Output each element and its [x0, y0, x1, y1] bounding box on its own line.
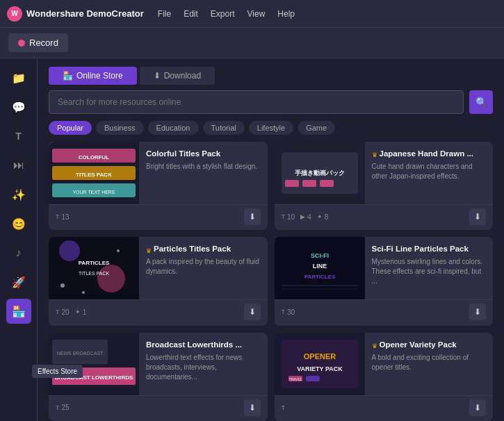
filter-tabs: Popular Business Education Tutorial Life… — [38, 121, 504, 142]
card-stats: T — [282, 404, 286, 411]
online-store-label: Online Store — [76, 71, 123, 81]
card-colorful-titles: COLORFUL TITLES PACK YOUR TEXT HERE Colo… — [49, 142, 268, 230]
sidebar-item-text[interactable]: T — [6, 124, 31, 149]
card-stats: T10 ▶4 ✦8 — [282, 213, 329, 221]
card-download-button[interactable]: ⬇ — [244, 208, 261, 225]
sidebar-item-chat[interactable]: 💬 — [6, 94, 31, 119]
card-footer: T10 ▶4 ✦8 ⬇ — [275, 204, 494, 229]
card-title: Colorful Titles Pack — [146, 149, 261, 159]
search-container: 🔍 — [38, 90, 504, 121]
record-label: Record — [29, 38, 58, 48]
card-stats: T20 ✦1 — [56, 308, 86, 316]
svg-text:COLORFUL: COLORFUL — [79, 154, 110, 160]
filter-popular[interactable]: Popular — [49, 121, 92, 135]
card-thumbnail: SCI-FI LINE PARTICLES — [275, 237, 365, 299]
card-info: Colorful Titles Pack Bright titles with … — [139, 142, 268, 204]
filter-lifestyle[interactable]: Lifestyle — [249, 121, 293, 135]
card-stats: T25 — [56, 404, 70, 411]
menu-edit[interactable]: Edit — [184, 9, 198, 19]
menu-export[interactable]: Export — [211, 9, 235, 19]
cards-grid: COLORFUL TITLES PACK YOUR TEXT HERE Colo… — [38, 142, 504, 421]
stat-video: ▶4 — [300, 213, 311, 221]
sidebar-item-folder[interactable]: 📁 — [6, 65, 31, 90]
card-top: 手描き動画パック ♛ Japanese Hand Drawn ... Cute … — [275, 142, 494, 204]
search-button[interactable]: 🔍 — [469, 90, 493, 114]
filter-game[interactable]: Game — [298, 121, 335, 135]
sidebar-item-effects[interactable]: ✨ — [6, 182, 31, 207]
svg-point-19 — [82, 291, 85, 294]
app-logo: W Wondershare DemoCreator — [7, 6, 144, 22]
card-download-button[interactable]: ⬇ — [469, 399, 486, 416]
stat-text: T10 — [282, 213, 295, 221]
card-download-button[interactable]: ⬇ — [469, 208, 486, 225]
card-japanese: 手描き動画パック ♛ Japanese Hand Drawn ... Cute … — [275, 142, 494, 230]
sidebar-item-audio[interactable]: ♪ — [6, 240, 31, 265]
top-menu-bar: W Wondershare DemoCreator File Edit Expo… — [0, 0, 504, 28]
card-title: Broadcast Lowerthirds ... — [146, 340, 261, 350]
card-footer: T25 ⬇ — [49, 395, 268, 420]
card-stats: T30 — [282, 308, 295, 316]
online-store-tab[interactable]: 🏪 Online Store — [49, 67, 137, 85]
card-footer: T20 ✦1 ⬇ — [49, 299, 268, 324]
menu-help[interactable]: Help — [277, 9, 295, 19]
svg-rect-11 — [302, 180, 316, 187]
menu-file[interactable]: File — [158, 9, 171, 19]
card-desc: Mysterious swirling lines and colors. Th… — [372, 257, 487, 286]
logo-icon: W — [7, 6, 22, 22]
card-info: ♛ Particles Titles Pack A pack inspired … — [139, 237, 268, 299]
card-footer: T13 ⬇ — [49, 204, 268, 229]
download-tab[interactable]: ⬇ Download — [140, 67, 215, 85]
card-thumbnail: 手描き動画パック — [275, 142, 365, 204]
svg-point-15 — [97, 265, 125, 292]
svg-text:VARIETY PACK: VARIETY PACK — [297, 365, 343, 372]
stat-text: T25 — [56, 404, 70, 411]
download-label: Download — [164, 71, 201, 81]
svg-point-20 — [117, 249, 120, 252]
card-footer: T30 ⬇ — [275, 299, 494, 324]
menu-view[interactable]: View — [247, 9, 266, 19]
filter-tutorial[interactable]: Tutorial — [203, 121, 245, 135]
card-particles: PARTICLES TITLES PACK ♛ Particles Titles… — [49, 237, 268, 325]
card-desc: A bold and exciting collection of opener… — [372, 353, 487, 372]
record-bar: Record — [0, 28, 504, 58]
card-desc: Lowerthird text effects for news broadca… — [146, 353, 261, 382]
svg-rect-37 — [306, 376, 320, 381]
card-info: Broadcast Lowerthirds ... Lowerthird tex… — [139, 333, 268, 395]
svg-text:TITLES PACK: TITLES PACK — [76, 172, 112, 178]
card-thumbnail: OPENER VARIETY PACK TRAVEL — [275, 333, 365, 395]
svg-point-14 — [59, 240, 80, 261]
card-desc: Cute hand drawn characters and other Jap… — [372, 162, 487, 181]
card-title: Japanese Hand Drawn ... — [380, 149, 474, 159]
record-dot-icon — [18, 40, 25, 47]
card-download-button[interactable]: ⬇ — [244, 399, 261, 416]
filter-business[interactable]: Business — [96, 121, 144, 135]
search-input[interactable] — [49, 90, 464, 114]
effects-store-tooltip: Effects Store — [32, 365, 83, 378]
card-download-button[interactable]: ⬇ — [244, 304, 261, 320]
filter-education[interactable]: Education — [148, 121, 199, 135]
card-info: ♛ Japanese Hand Drawn ... Cute hand draw… — [365, 142, 494, 204]
store-icon-tab: 🏪 — [63, 71, 73, 81]
svg-point-18 — [60, 283, 65, 288]
card-thumbnail: COLORFUL TITLES PACK YOUR TEXT HERE — [49, 142, 139, 204]
svg-text:TITLES PACK: TITLES PACK — [79, 271, 110, 276]
sidebar-item-store[interactable]: 🏪 — [6, 299, 31, 324]
record-button[interactable]: Record — [8, 33, 68, 52]
svg-text:TRAVEL: TRAVEL — [288, 377, 302, 381]
content-area: 🏪 Online Store ⬇ Download 🔍 Popular Busi… — [38, 58, 504, 421]
card-info: ♛ Opener Variety Pack A bold and excitin… — [365, 333, 494, 395]
svg-text:NEWS BROADCAST: NEWS BROADCAST — [57, 351, 104, 356]
sidebar-item-emoji[interactable]: 😊 — [6, 211, 31, 236]
sidebar-item-rocket[interactable]: 🚀 — [6, 270, 31, 295]
stat-text: T30 — [282, 308, 295, 316]
card-desc: A pack inspired by the beauty of fluid d… — [146, 257, 261, 276]
svg-text:PARTICLES: PARTICLES — [79, 260, 110, 266]
card-scifi: SCI-FI LINE PARTICLES Sci-Fi Line Partic… — [275, 237, 494, 325]
card-stats: T13 — [56, 213, 70, 221]
stat-star: ✦8 — [317, 213, 329, 221]
svg-text:PARTICLES: PARTICLES — [304, 274, 335, 280]
sidebar-item-skip[interactable]: ⏭ — [6, 153, 31, 178]
stat-star: ✦1 — [75, 308, 87, 316]
card-thumbnail: BROADCAST LOWERTHIRDS NEWS BROADCAST — [49, 333, 139, 395]
card-download-button[interactable]: ⬇ — [469, 304, 486, 320]
